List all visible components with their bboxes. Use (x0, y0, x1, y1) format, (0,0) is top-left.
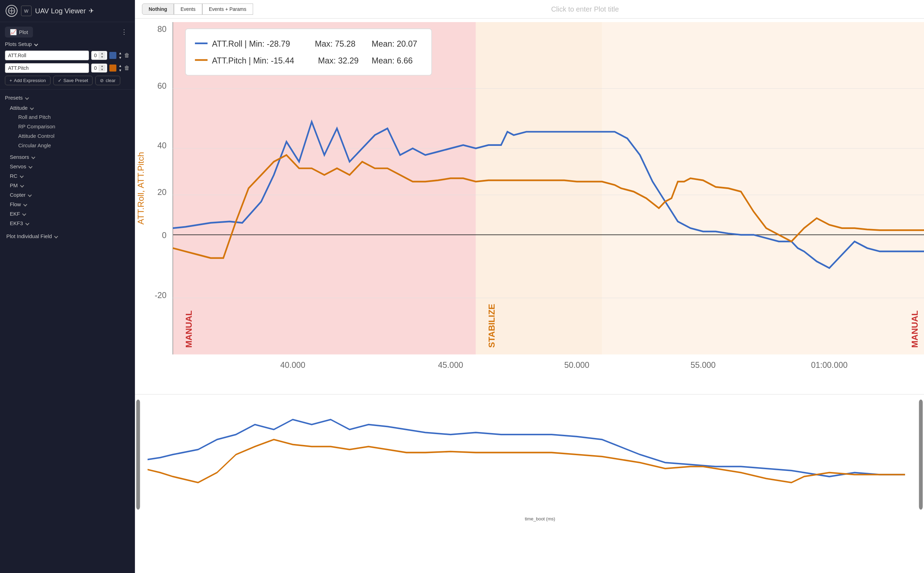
svg-rect-25 (185, 29, 432, 75)
num-arrows-2: ▲ ▼ (98, 64, 106, 72)
down-arrow-2[interactable]: ▼ (119, 68, 122, 73)
plots-header: 📈 Plot ⋮ (5, 26, 130, 38)
main-chart[interactable]: 80 60 40 20 0 -20 ATT.Roll, ATT.Pitch 40… (135, 22, 924, 394)
num-down-1[interactable]: ▼ (98, 55, 106, 59)
nothing-button[interactable]: Nothing (142, 3, 174, 15)
copter-item[interactable]: Copter (8, 190, 130, 200)
num-up-2[interactable]: ▲ (98, 64, 106, 68)
wiki-button[interactable]: W (21, 6, 31, 16)
num-control-1: 0 ▲ ▼ (91, 51, 107, 60)
presets-label: Presets (5, 95, 23, 101)
field-input-2[interactable] (5, 63, 89, 73)
rc-chevron (20, 174, 23, 178)
ekf3-label: EKF3 (10, 220, 23, 226)
clear-button[interactable]: ⊘ clear (95, 76, 120, 85)
field-row-1: 0 ▲ ▼ ▲ ▼ 🗑 (5, 50, 130, 60)
chart-area: 80 60 40 20 0 -20 ATT.Roll, ATT.Pitch 40… (135, 19, 924, 573)
pm-chevron (20, 183, 24, 187)
field-row-2: 0 ▲ ▼ ▲ ▼ 🗑 (5, 63, 130, 73)
color-swatch-1[interactable] (109, 52, 116, 59)
plus-icon: + (9, 78, 12, 83)
attitude-group-header[interactable]: Attitude (8, 103, 130, 112)
preset-rp-comparison[interactable]: RP Comparison (8, 122, 130, 131)
flow-item[interactable]: Flow (8, 200, 130, 209)
svg-text:-20: -20 (155, 290, 167, 300)
mini-chart[interactable] (135, 394, 924, 514)
more-options-button[interactable]: ⋮ (119, 26, 130, 38)
pm-item[interactable]: PM (8, 181, 130, 190)
preset-roll-pitch[interactable]: Roll and Pitch (8, 112, 130, 122)
delete-field-1[interactable]: 🗑 (124, 52, 130, 59)
servos-chevron (28, 164, 32, 168)
ekf-item[interactable]: EKF (8, 209, 130, 218)
plots-setup-label: Plots Setup (5, 41, 32, 47)
individual-chevron (54, 234, 58, 238)
events-button[interactable]: Events (174, 3, 202, 15)
svg-text:40.000: 40.000 (280, 360, 305, 369)
svg-text:40: 40 (157, 141, 167, 150)
toolbar: Nothing Events Events + Params Click to … (135, 0, 924, 19)
svg-text:ATT.Roll, ATT.Pitch: ATT.Roll, ATT.Pitch (136, 152, 145, 224)
servos-item[interactable]: Servos (8, 162, 130, 171)
svg-text:0: 0 (162, 230, 167, 240)
plot-tab-label: Plot (19, 29, 28, 35)
ekf-label: EKF (10, 211, 20, 217)
presets-chevron (25, 96, 29, 100)
svg-text:50.000: 50.000 (564, 360, 589, 369)
preset-attitude-control[interactable]: Attitude Control (8, 131, 130, 141)
svg-text:MANUAL: MANUAL (910, 310, 919, 348)
plots-section: 📈 Plot ⋮ Plots Setup 0 ▲ ▼ ▲ ▼ (0, 22, 134, 90)
save-preset-button[interactable]: ✓ Save Preset (53, 76, 93, 85)
ekf3-item[interactable]: EKF3 (8, 218, 130, 228)
ekf-chevron (22, 212, 26, 216)
up-arrow-2[interactable]: ▲ (119, 64, 122, 68)
num-control-2: 0 ▲ ▼ (91, 63, 107, 73)
svg-text:80: 80 (157, 24, 167, 34)
svg-rect-35 (136, 400, 140, 510)
attitude-chevron (30, 106, 34, 110)
clear-label: clear (106, 78, 115, 83)
plot-title-input[interactable]: Click to enter Plot title (544, 5, 626, 13)
svg-text:MANUAL: MANUAL (184, 310, 194, 348)
color-swatch-2[interactable] (109, 64, 116, 72)
num-value-2: 0 (93, 65, 98, 71)
svg-text:ATT.Roll | Min: -28.79: ATT.Roll | Min: -28.79 (212, 39, 290, 49)
plot-individual-label: Plot Individual Field (6, 233, 52, 239)
copter-chevron (28, 193, 31, 197)
delete-field-2[interactable]: 🗑 (124, 65, 130, 71)
app-title: UAV Log Viewer ✈ (35, 7, 94, 15)
save-preset-label: Save Preset (63, 78, 88, 83)
rc-label: RC (10, 173, 17, 179)
field-input-1[interactable] (5, 50, 89, 60)
mini-chart-svg[interactable] (135, 395, 924, 514)
down-arrow-1[interactable]: ▼ (119, 56, 122, 60)
preset-circular-angle[interactable]: Circular Angle (8, 141, 130, 150)
up-arrow-1[interactable]: ▲ (119, 51, 122, 55)
num-up-1[interactable]: ▲ (98, 52, 106, 55)
svg-rect-3 (602, 22, 924, 355)
svg-text:STABILIZE: STABILIZE (487, 304, 496, 348)
main-chart-svg[interactable]: 80 60 40 20 0 -20 ATT.Roll, ATT.Pitch 40… (135, 22, 924, 394)
main-content: Nothing Events Events + Params Click to … (135, 0, 924, 573)
ekf3-chevron (25, 221, 29, 225)
add-expression-button[interactable]: + Add Expression (5, 76, 50, 85)
plots-setup-chevron[interactable] (34, 42, 38, 46)
plot-individual-field[interactable]: Plot Individual Field (5, 232, 130, 241)
sensors-label: Sensors (10, 154, 29, 160)
app-title-text: UAV Log Viewer (35, 7, 86, 15)
plot-tab[interactable]: 📈 Plot (5, 27, 33, 38)
sensors-item[interactable]: Sensors (8, 152, 130, 162)
num-value-1: 0 (93, 53, 98, 58)
num-down-2[interactable]: ▼ (98, 68, 106, 72)
rc-item[interactable]: RC (8, 171, 130, 181)
presets-section: Presets Attitude Roll and Pitch RP Compa… (0, 90, 134, 566)
plane-icon: ✈ (89, 7, 94, 15)
logo-icon[interactable] (6, 5, 17, 17)
sensors-chevron (31, 155, 35, 159)
events-params-button[interactable]: Events + Params (202, 3, 253, 15)
plots-setup-header: Plots Setup (5, 41, 130, 47)
svg-text:Max: 32.29: Max: 32.29 (318, 55, 359, 65)
svg-rect-34 (135, 395, 924, 514)
arrow-pair-2: ▲ ▼ (119, 64, 122, 73)
presets-header[interactable]: Presets (5, 93, 130, 102)
